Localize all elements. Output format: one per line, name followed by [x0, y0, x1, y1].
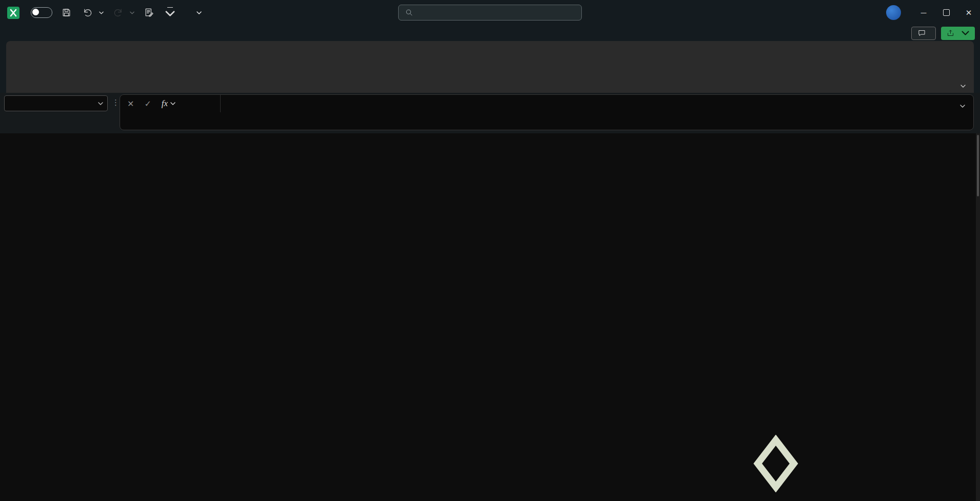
window-controls: ─ ✕	[886, 0, 980, 25]
spreadsheet-grid	[0, 133, 976, 501]
autosave-control	[26, 7, 52, 18]
share-icon	[947, 29, 954, 37]
search-icon	[405, 9, 413, 16]
autosave-toggle[interactable]	[31, 7, 52, 18]
scrollbar-thumb[interactable]	[977, 135, 979, 196]
name-box[interactable]	[4, 95, 108, 111]
redo-dropdown-icon[interactable]	[129, 5, 135, 21]
excel-app-icon[interactable]	[7, 7, 19, 19]
workbook-title[interactable]	[192, 11, 202, 14]
cancel-icon[interactable]: ✕	[127, 99, 134, 109]
minimize-icon[interactable]: ─	[912, 0, 935, 25]
formula-buttons: ✕ ✓ fx	[120, 95, 221, 112]
excel-window: ─ ✕ ⋮	[0, 0, 980, 501]
expand-formula-bar-icon[interactable]	[957, 101, 968, 110]
share-button[interactable]	[941, 27, 975, 40]
formula-input-panel: ✕ ✓ fx	[120, 94, 974, 130]
close-icon[interactable]: ✕	[957, 0, 980, 25]
search-input[interactable]	[398, 5, 582, 21]
ink-page-icon[interactable]	[142, 5, 156, 21]
tab-actions	[911, 27, 980, 40]
user-avatar[interactable]	[886, 5, 901, 20]
vertical-scrollbar[interactable]	[976, 133, 980, 501]
ribbon-tab-row	[0, 25, 980, 41]
save-icon[interactable]	[59, 5, 73, 21]
undo-icon[interactable]	[80, 5, 94, 21]
cells-area	[0, 133, 976, 501]
share-dropdown-icon	[962, 29, 969, 37]
title-bar: ─ ✕	[0, 0, 980, 25]
formula-bar-handle[interactable]: ⋮	[112, 98, 120, 107]
name-box-dropdown-icon[interactable]	[94, 102, 107, 105]
maximize-icon[interactable]	[935, 0, 957, 25]
ribbon	[6, 41, 974, 93]
undo-dropdown-icon[interactable]	[98, 5, 104, 21]
comments-button[interactable]	[911, 27, 936, 40]
customize-toolbar-icon[interactable]	[163, 5, 177, 21]
redo-icon[interactable]	[111, 5, 125, 21]
enter-icon[interactable]: ✓	[144, 99, 151, 109]
comment-icon	[918, 29, 926, 37]
insert-function-icon[interactable]: fx	[162, 98, 175, 109]
quick-access-toolbar	[7, 5, 202, 21]
toggle-knob	[32, 9, 39, 15]
collapse-ribbon-icon[interactable]	[957, 81, 969, 90]
formula-bar: ⋮ ✕ ✓ fx	[0, 93, 980, 133]
